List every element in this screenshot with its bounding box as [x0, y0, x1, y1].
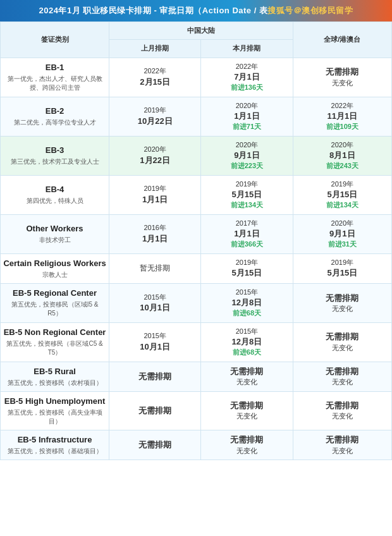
- visa-sub: 第五优先，投资移民（农村项目）: [3, 379, 106, 387]
- last-date-cell-eb5-regional: 2015年10月1日: [109, 283, 201, 322]
- col-header-global: 全球/港澳台: [293, 22, 391, 58]
- no-wait-curr: 无需排期: [204, 400, 290, 411]
- global-date: 5月15日: [296, 189, 389, 200]
- global-advance: 前进243天: [296, 161, 389, 171]
- curr-date-cell-eb5-infrastructure: 无需排期无变化: [201, 430, 293, 460]
- visa-sub: 第二优先，高等学位专业人才: [3, 118, 106, 127]
- last-date: 1月1日: [112, 233, 198, 245]
- no-wait-last: 无需排期: [112, 439, 198, 451]
- no-change-global: 无变化: [296, 304, 389, 314]
- last-year: 2020年: [112, 145, 198, 154]
- no-change-global: 无变化: [296, 78, 389, 88]
- curr-year: 2020年: [204, 101, 290, 111]
- visa-name: EB-5 High Unemployment: [3, 396, 106, 407]
- curr-advance: 前进71天: [204, 122, 290, 131]
- global-date: 8月1日: [296, 150, 389, 161]
- global-cell-eb5-high-unemployment: 无需排期无变化: [293, 391, 391, 430]
- visa-sub: 第五优先，投资移民（非区域C5 & T5）: [3, 339, 106, 357]
- curr-year: 2019年: [204, 180, 290, 189]
- no-wait-global: 无需排期: [296, 366, 389, 377]
- curr-year: 2015年: [204, 327, 290, 336]
- curr-date-cell-eb5-high-unemployment: 无需排期无变化: [201, 391, 293, 430]
- curr-date-cell-eb1: 2022年7月1日前进136天: [201, 58, 293, 97]
- last-date-cell-eb5-high-unemployment: 无需排期: [109, 391, 201, 430]
- table-row: EB-1第一优先，杰出人才、研究人员教授、跨国公司主管2022年2月15日202…: [1, 58, 392, 97]
- last-date: 10月22日: [112, 116, 198, 127]
- last-date-cell-eb5-infrastructure: 无需排期: [109, 430, 201, 460]
- last-date-cell-eb2: 2019年10月22日: [109, 97, 201, 136]
- curr-date-cell-eb5-regional: 2015年12月8日前进68天: [201, 283, 293, 322]
- global-date: 5月15日: [296, 267, 389, 279]
- visa-sub: 非技术劳工: [3, 236, 106, 245]
- no-wait-global: 无需排期: [296, 331, 389, 343]
- visa-sub: 宗教人士: [3, 271, 106, 279]
- global-advance: 前进109天: [296, 122, 389, 131]
- curr-advance: 前进136天: [204, 83, 290, 92]
- header-text: 2024年1月 职业移民绿卡排期 - 审批日期（Action Date / 表: [39, 6, 268, 15]
- global-date: 9月1日: [296, 228, 389, 240]
- global-advance: 前进134天: [296, 200, 389, 210]
- table-row: EB-5 Rural第五优先，投资移民（农村项目）无需排期无需排期无变化无需排期…: [1, 362, 392, 391]
- table-row: Certain Religious Workers宗教人士暂无排期2019年5月…: [1, 253, 392, 283]
- no-wait-curr: 无需排期: [204, 366, 290, 377]
- last-date-cell-other-workers: 2016年1月1日: [109, 214, 201, 253]
- no-wait-global: 无需排期: [296, 66, 389, 78]
- visa-name: EB-4: [3, 184, 106, 195]
- curr-advance: 前进68天: [204, 308, 290, 318]
- curr-date-cell-other-workers: 2017年1月1日前进366天: [201, 214, 293, 253]
- last-year: 2019年: [112, 184, 198, 193]
- visa-name: EB-5 Regional Center: [3, 288, 106, 299]
- no-change-curr: 无变化: [204, 446, 290, 456]
- global-cell-other-workers: 2020年9月1日前进31天: [293, 214, 391, 253]
- visa-sub: 第五优先，投资移民（基础项目）: [3, 447, 106, 456]
- curr-year: 2022年: [204, 62, 290, 71]
- last-year: 2015年: [112, 331, 198, 341]
- table-row: EB-5 Infrastructure第五优先，投资移民（基础项目）无需排期无需…: [1, 430, 392, 460]
- last-date: 2月15日: [112, 76, 198, 88]
- last-date: 1月1日: [112, 194, 198, 205]
- col-header-visa: 签证类别: [1, 22, 109, 58]
- global-cell-eb5-regional: 无需排期无变化: [293, 283, 391, 322]
- table-row: EB-2第二优先，高等学位专业人才2019年10月22日2020年1月1日前进7…: [1, 97, 392, 136]
- curr-date: 1月1日: [204, 111, 290, 122]
- header: 2024年1月 职业移民绿卡排期 - 审批日期（Action Date / 表搜…: [0, 0, 392, 21]
- visa-name: EB-5 Rural: [3, 366, 106, 377]
- curr-advance: 前进223天: [204, 161, 290, 171]
- no-change-global: 无变化: [296, 377, 389, 387]
- visa-sub: 第三优先，技术劳工及专业人士: [3, 157, 106, 166]
- last-date: 1月22日: [112, 155, 198, 166]
- global-cell-eb5-infrastructure: 无需排期无变化: [293, 430, 391, 460]
- last-date-cell-eb4: 2019年1月1日: [109, 175, 201, 214]
- curr-advance: 前进366天: [204, 240, 290, 249]
- visa-cell-eb5-regional: EB-5 Regional Center第五优先，投资移民（区域I5 & R5）: [1, 283, 109, 322]
- global-cell-religious-workers: 2019年5月15日: [293, 253, 391, 283]
- visa-name: EB-5 Non Regional Center: [3, 327, 106, 338]
- curr-date: 1月1日: [204, 228, 290, 240]
- visa-cell-eb2: EB-2第二优先，高等学位专业人才: [1, 97, 109, 136]
- curr-date: 12月8日: [204, 297, 290, 308]
- last-date-cell-eb5-non-regional: 2015年10月1日: [109, 322, 201, 362]
- curr-advance: 前进134天: [204, 200, 290, 210]
- global-year: 2022年: [296, 101, 389, 111]
- last-date-cell-eb5-rural: 无需排期: [109, 362, 201, 391]
- curr-date: 9月1日: [204, 150, 290, 161]
- visa-name: Other Workers: [3, 223, 106, 234]
- table-row: EB-5 Regional Center第五优先，投资移民（区域I5 & R5）…: [1, 283, 392, 322]
- visa-sub: 第一优先，杰出人才、研究人员教授、跨国公司主管: [3, 75, 106, 92]
- curr-date: 5月15日: [204, 267, 290, 279]
- col-header-current: 本月排期: [201, 40, 293, 58]
- curr-year: 2015年: [204, 288, 290, 297]
- global-cell-eb2: 2022年11月1日前进109天: [293, 97, 391, 136]
- last-date-cell-eb3: 2020年1月22日: [109, 136, 201, 175]
- curr-date-cell-eb3: 2020年9月1日前进223天: [201, 136, 293, 175]
- curr-date-cell-eb2: 2020年1月1日前进71天: [201, 97, 293, 136]
- last-date-cell-religious-workers: 暂无排期: [109, 253, 201, 283]
- col-header-china: 中国大陆: [109, 22, 293, 40]
- no-wait-global: 无需排期: [296, 400, 389, 411]
- global-year: 2020年: [296, 219, 389, 228]
- paused-last: 暂无排期: [112, 263, 198, 274]
- no-change-curr: 无变化: [204, 377, 290, 387]
- last-year: 2019年: [112, 106, 198, 115]
- visa-sub: 第五优先，投资移民（高失业率项目）: [3, 408, 106, 426]
- global-year: 2019年: [296, 180, 389, 189]
